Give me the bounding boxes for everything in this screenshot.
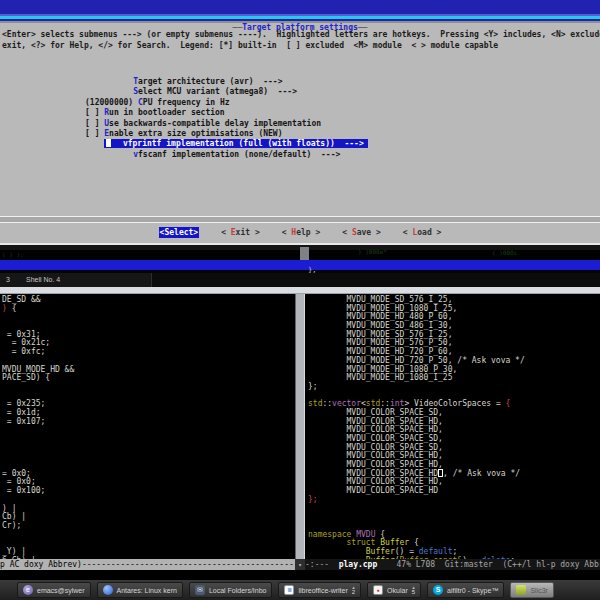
- menu-item[interactable]: Target architecture (avr) --->: [85, 77, 600, 87]
- load-button[interactable]: < Load >: [403, 227, 442, 238]
- menu-item[interactable]: [ ] Use backwards-compatible delay imple…: [85, 119, 600, 129]
- code-line: [308, 504, 600, 513]
- dialog-instructions-line1: <Enter> selects submenus ---> (or empty …: [2, 30, 600, 40]
- button-separator-2: [0, 222, 600, 223]
- code-line: namespace MVDU {: [308, 530, 600, 539]
- code-line: [2, 425, 294, 434]
- emacs-scrollbar[interactable]: [295, 294, 305, 559]
- exit-button[interactable]: < Exit >: [221, 227, 260, 238]
- emacs-frame: DE_SD &&) { = 0x31; = 0x21c; = 0xfc;MVDU…: [0, 294, 600, 576]
- code-line: MVDU_COLOR_SPACE_HD,: [308, 417, 600, 426]
- taskbar-button-label: Slic3r: [530, 587, 548, 594]
- tab-index: 3: [6, 273, 10, 287]
- code-line: = 0x31;: [2, 330, 294, 339]
- taskbar-button-slic3r[interactable]: Slic3r: [510, 582, 554, 598]
- modeline-right: -:--- play.cpp 47% L708 Git:master (C++/…: [305, 559, 600, 570]
- code-line: MVDU_MODE_HD_1080_I_25: [308, 373, 600, 382]
- code-line: MVDU_COLOR_SPACE_HD,: [308, 477, 600, 486]
- code-line: MVDU_COLOR_SPACE_HD,: [308, 460, 600, 469]
- taskbar-button-label: emacs@sylwer: [37, 587, 85, 594]
- modeline-left: p AC doxy Abbrev)-----------------------…: [0, 559, 295, 570]
- slic3r-icon: [516, 585, 526, 595]
- faint-text-fragment: ( ) ):: [2, 251, 24, 258]
- menu-item[interactable]: [ ] Enable extra size optimisations (NEW…: [85, 129, 600, 139]
- code-line: MVDU_MODE_SD_576_I_25,: [308, 295, 600, 304]
- code-line: MVDU_MODE_HD_1080_I_25,: [308, 304, 600, 313]
- code-line: MVDU_MODE_HD_1080_P_30,: [308, 365, 600, 374]
- code-line: Cb) |: [2, 512, 294, 521]
- faint-green-fragment-2: ( )000c: [492, 249, 517, 256]
- code-line: [2, 538, 294, 547]
- menuconfig-dialog: ──Target platform settings── <Enter> sel…: [0, 23, 600, 243]
- window-frame-light: [0, 287, 600, 294]
- code-line: [2, 391, 294, 400]
- code-line: MVDU_COLOR_SPACE_HD, /* Ask vova */: [308, 469, 600, 478]
- code-line: std::vector<std::int> VideoColorSpaces =…: [308, 399, 600, 408]
- code-line: MVDU_COLOR_SPACE_SD,: [308, 408, 600, 417]
- code-line: MVDU_MODE_HD_720_P_50, /* Ask vova */: [308, 356, 600, 365]
- menu-item[interactable]: [ ] Run in bootloader section: [85, 108, 600, 118]
- code-line: = 0x1d;: [2, 408, 294, 417]
- code-line: [308, 521, 600, 530]
- menu-item-selected[interactable]: vfprintf implementation (full (with floa…: [85, 139, 600, 149]
- code-line: = 0x100;: [2, 486, 294, 495]
- code-line: [2, 356, 294, 365]
- taskbar-button-writer[interactable]: ≣libreoffice-writer▴2: [278, 582, 361, 598]
- taskbar-button-label: Okular: [387, 587, 408, 594]
- code-line: MVDU_COLOR_SPACE_HD: [308, 486, 600, 495]
- select-button[interactable]: <Select>: [159, 227, 200, 238]
- code-line: };: [308, 495, 600, 504]
- menu-item[interactable]: (12000000) CPU frequency in Hz: [85, 98, 600, 108]
- code-line: [2, 495, 294, 504]
- taskbar-button-emacs[interactable]: eemacs@sylwer: [17, 582, 91, 598]
- taskbar-button-label: libreoffice-writer: [298, 587, 347, 594]
- code-line: MVDU_MODE_SD_486_I_30,: [308, 321, 600, 330]
- code-line: [2, 443, 294, 452]
- terminal-blue-background: [0, 0, 600, 14]
- konsole-tab-bar: 3 Shell No. 4: [0, 273, 600, 287]
- menu-item[interactable]: vfscanf implementation (none/default) --…: [85, 150, 600, 160]
- code-line: };: [308, 382, 600, 391]
- konsole-tab-shell[interactable]: 3 Shell No. 4: [0, 273, 152, 287]
- okular-icon: ●: [373, 585, 383, 595]
- code-line: MVDU_MODE_HD_576_P_50,: [308, 338, 600, 347]
- code-line: MVDU_COLOR_SPACE_HD,: [308, 451, 600, 460]
- dialog-button-row: <Select>< Exit >< Help >< Save >< Load >: [0, 227, 600, 238]
- tab-label: Shell No. 4: [26, 273, 60, 287]
- scrollbar-arrow-icon[interactable]: ▾: [295, 559, 305, 570]
- code-line: [2, 530, 294, 539]
- code-line: MVDU_COLOR_SPACE_SD,: [308, 443, 600, 452]
- help-button[interactable]: < Help >: [282, 227, 321, 238]
- desktop: ──Target platform settings── <Enter> sel…: [0, 0, 600, 600]
- code-line: _Y) |: [2, 547, 294, 556]
- code-line: [2, 460, 294, 469]
- menu-cursor: [106, 139, 111, 147]
- emacs-window-left[interactable]: DE_SD &&) { = 0x31; = 0x21c; = 0xfc;MVDU…: [2, 295, 294, 559]
- code-line: MVDU_MODE_HD_480_P_60,: [308, 312, 600, 321]
- emacs-window-right[interactable]: MVDU_MODE_SD_576_I_25, MVDU_MODE_HD_1080…: [308, 295, 600, 559]
- code-line: [2, 382, 294, 391]
- writer-icon: ≣: [284, 585, 294, 595]
- taskbar-button-globe[interactable]: Antares: Linux kern: [97, 582, 183, 598]
- code-line: [2, 451, 294, 460]
- taskbar-button-skype[interactable]: Saifiltr0 - Skype™: [427, 582, 504, 598]
- window-group-badge[interactable]: ▴5: [412, 585, 415, 595]
- code-line: = 0x235;: [2, 399, 294, 408]
- code-line: [2, 434, 294, 443]
- save-button[interactable]: < Save >: [342, 227, 381, 238]
- taskbar-button-label: Local Folders/Inbo: [209, 587, 267, 594]
- code-line: MVDU_MODE_HD_720_P_60,: [308, 347, 600, 356]
- window-group-badge[interactable]: ▴2: [352, 585, 355, 595]
- taskbar-button-okular[interactable]: ●Okular▴5: [367, 582, 421, 598]
- code-line: MVDU_MODE_HD &&: [2, 365, 294, 374]
- mail-icon: ✉: [195, 585, 205, 595]
- code-line: = 0x0;: [2, 469, 294, 478]
- code-line: MVDU_COLOR_SPACE_SD,: [308, 434, 600, 443]
- code-line: = 0x0;: [2, 477, 294, 486]
- code-line: [2, 321, 294, 330]
- menu-list: Target architecture (avr) ---> Select MC…: [85, 77, 600, 160]
- taskbar-button-mail[interactable]: ✉Local Folders/Inbo: [189, 582, 273, 598]
- menu-item[interactable]: Select MCU variant (atmega8) --->: [85, 87, 600, 97]
- taskbar-button-label: aifiltr0 - Skype™: [447, 587, 498, 594]
- taskbar: eemacs@sylwerAntares: Linux kern✉Local F…: [0, 580, 600, 600]
